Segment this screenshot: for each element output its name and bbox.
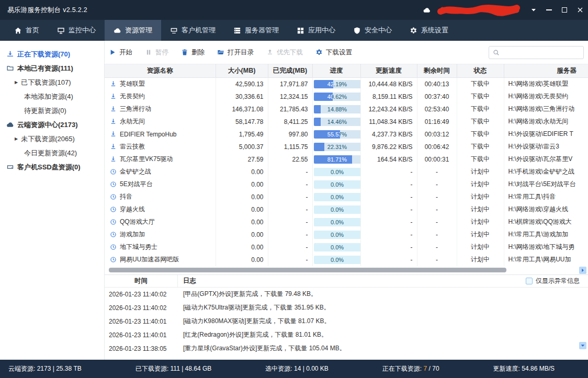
app-window: 易乐游服务控制台 v2.5.2.2 首页监控中心资源管理客户机管理服务器管理应用…	[0, 0, 588, 378]
log-message: [红龙(Redragon)外设]更新完成，下载量 81.01 KB。	[178, 330, 327, 339]
resource-row[interactable]: 无畏契约30,336.6112,324.1540.62%40.62%8,159.…	[105, 90, 588, 103]
nav-tab-clients[interactable]: 客户机管理	[161, 20, 224, 41]
folder-open-icon	[217, 49, 224, 56]
nav-tab-apps[interactable]: 应用中心	[288, 20, 344, 41]
resource-name: 5E对战平台	[120, 180, 153, 189]
column-header[interactable]: 剩余时间	[417, 64, 457, 78]
resource-speed: -	[360, 228, 417, 241]
progress-label: 14.88%	[314, 105, 361, 113]
log-row: 2026-01-23 11:40:02[甲品(GPTX)外设]更新完成，下载量 …	[105, 288, 588, 301]
column-header[interactable]: 进度	[312, 64, 360, 78]
horizontal-scrollbar	[105, 266, 588, 274]
progress-label: 0.0%	[314, 218, 361, 226]
column-header[interactable]: 更新速度	[360, 64, 417, 78]
resource-row[interactable]: 穿越火线0.00-0.0%0.0%--计划中H:\网络游戏\穿越火线	[105, 203, 588, 216]
nav-tab-settings[interactable]: 系统设置	[401, 20, 457, 41]
column-header[interactable]: 大小(MB)	[216, 64, 268, 78]
sidebar-item-label: 今日更新资源(42)	[24, 148, 77, 158]
button-label: 打开目录	[228, 48, 254, 57]
resource-name: QQ游戏大厅	[120, 217, 155, 226]
column-header[interactable]: 资源名称	[105, 64, 216, 78]
status-bar: 云端资源: 2173 | 25.38 TB已下载资源: 111 | 48.64 …	[0, 360, 588, 378]
minimize-button[interactable]	[541, 0, 557, 20]
sidebar-item-pending-update[interactable]: 待更新资源(0)	[0, 104, 104, 118]
resource-size: 27.59	[216, 153, 268, 166]
start-button[interactable]: 开始	[109, 48, 132, 57]
nav-tab-security[interactable]: 安全中心	[344, 20, 401, 41]
nav-tab-home[interactable]: 首页	[5, 20, 48, 41]
open-dir-button[interactable]: 打开目录	[217, 48, 254, 57]
hscrollbar-thumb[interactable]	[109, 268, 506, 272]
gear-icon	[315, 49, 323, 56]
column-header[interactable]: 状态	[457, 64, 504, 78]
resource-row[interactable]: 游戏加加0.00-0.0%0.0%--计划中H:\常用工具\游戏加加	[105, 228, 588, 241]
column-header[interactable]: 服务器	[504, 64, 588, 78]
resource-completed: -	[268, 254, 312, 266]
expand-arrow-icon: ▶	[15, 137, 18, 141]
log-row: 2026-01-23 11:40:01[磁动力K980MAX驱动]更新完成，下载…	[105, 315, 588, 328]
button-label: 开始	[119, 48, 132, 57]
sidebar-item-ssd[interactable]: 客户机SSD盘资源(0)	[0, 160, 104, 174]
nav-tab-monitor[interactable]: 监控中心	[48, 20, 105, 41]
resource-remaining-time: 01:16:49	[417, 116, 457, 128]
resource-row[interactable]: 永劫无间58,147.788,411.2514.46%14.46%11,048.…	[105, 116, 588, 128]
resource-row[interactable]: 三角洲行动146,371.0821,785.4314.88%14.88%12,2…	[105, 103, 588, 116]
progress-bar: 14.46%14.46%	[314, 118, 361, 126]
download-settings-button[interactable]: 下载设置	[315, 48, 352, 57]
close-button[interactable]	[572, 0, 588, 20]
column-header[interactable]: 已完成(MB)	[268, 64, 312, 78]
sidebar-item-local[interactable]: 本地已有资源(111)	[0, 61, 104, 75]
scroll-right-button[interactable]	[579, 267, 586, 274]
progress-label: 0.0%	[314, 180, 361, 189]
progress-label: 14.46%	[314, 118, 361, 126]
disk-icon	[6, 163, 14, 171]
priority-download-button[interactable]: 优先下载	[266, 48, 303, 57]
log-time-header[interactable]: 时间	[105, 275, 178, 287]
nav-tab-resources[interactable]: 资源管理	[105, 20, 161, 41]
log-message-header[interactable]: 日志	[178, 277, 196, 285]
resource-status: 下载中	[457, 128, 504, 141]
resource-status: 计划中	[457, 228, 504, 241]
resource-server-path: H:\外设驱动\瓦尔基里V	[504, 153, 588, 166]
sidebar-item-downloaded[interactable]: ▶已下载资源(107)	[0, 75, 104, 89]
clock-icon	[110, 244, 117, 250]
sidebar-item-label: 客户机SSD盘资源(0)	[17, 163, 81, 172]
progress-bar: 42.19%42.19%	[314, 80, 361, 88]
search-input[interactable]	[503, 49, 580, 56]
pause-button[interactable]: 暂停	[145, 48, 168, 57]
resource-row[interactable]: 英雄联盟42,590.1317,971.8742.19%42.19%10,444…	[105, 78, 588, 90]
sidebar-item-local-added[interactable]: 本地添加资源(4)	[0, 89, 104, 104]
nav-tab-label: 系统设置	[421, 26, 448, 35]
dropdown-caret-icon[interactable]	[526, 0, 541, 20]
sidebar-item-not-downloaded[interactable]: ▶未下载资源(2065)	[0, 132, 104, 146]
filter-checkbox[interactable]	[526, 278, 533, 284]
resource-status: 下载中	[457, 103, 504, 116]
resource-speed: 164.54 KB/S	[360, 153, 417, 166]
sidebar-item-label: 正在下载资源(70)	[17, 50, 70, 59]
resource-row[interactable]: 瓦尔基里VK75驱动27.5922.5581.71%81.71%164.54 K…	[105, 153, 588, 166]
sidebar-item-today-updated[interactable]: 今日更新资源(42)	[0, 146, 104, 160]
resource-row[interactable]: 雷云技教5,000.371,115.7522.31%22.31%9,876.22…	[105, 141, 588, 153]
filter-abnormal-only[interactable]: 仅显示异常信息	[526, 277, 588, 285]
clock-icon	[110, 206, 117, 213]
resource-row[interactable]: 金铲铲之战0.00-0.0%0.0%--计划中H:\手机游戏\金铲铲之战	[105, 166, 588, 178]
sidebar-item-cloud-center[interactable]: 云端资源中心(2173)	[0, 118, 104, 132]
sidebar-item-downloading[interactable]: 正在下载资源(70)	[0, 47, 104, 61]
resource-row[interactable]: EDIFIER TempoHub1,795.49997.8055.57%55.5…	[105, 128, 588, 141]
resource-remaining-time: -	[417, 216, 457, 228]
resource-row[interactable]: QQ游戏大厅0.00-0.0%0.0%--计划中H:\棋牌游戏\QQ游戏大	[105, 216, 588, 228]
resource-row[interactable]: 抖音0.00-0.0%0.0%--计划中H:\常用工具\抖音	[105, 191, 588, 203]
resource-status: 下载中	[457, 116, 504, 128]
resource-row[interactable]: 网易UU加速器网吧版0.00-0.0%0.0%--计划中H:\常用工具\网易UU…	[105, 254, 588, 266]
resource-row[interactable]: 5E对战平台0.00-0.0%0.0%--计划中H:\对战平台\5E对战平台	[105, 178, 588, 191]
resource-server-path: H:\外设驱动\雷云3	[504, 141, 588, 153]
resource-size: 0.00	[216, 191, 268, 203]
scroll-down-button[interactable]	[579, 342, 586, 349]
resource-row[interactable]: 地下城与勇士0.00-0.0%0.0%--计划中H:\网络游戏\地下城与勇	[105, 241, 588, 254]
maximize-button[interactable]	[557, 0, 572, 20]
nav-tab-servers[interactable]: 服务器管理	[224, 20, 288, 41]
delete-button[interactable]: 删除	[181, 48, 205, 57]
resource-server-path: H:\常用工具\游戏加加	[504, 228, 588, 241]
resource-size: 30,336.61	[216, 90, 268, 103]
resource-server-path: H:\常用工具\网易UU加	[504, 254, 588, 266]
